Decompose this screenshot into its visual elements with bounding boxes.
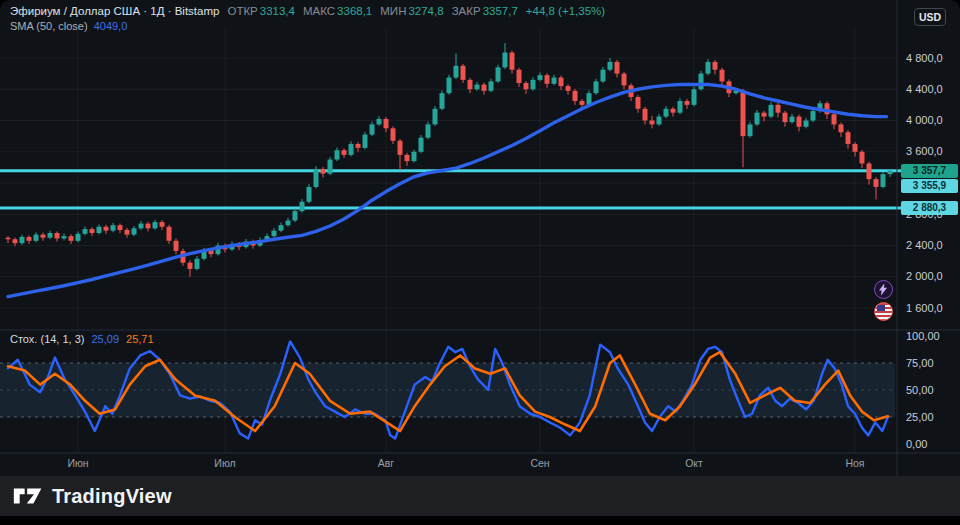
flag-badge[interactable] <box>874 302 893 321</box>
month-label: Авг <box>378 457 395 469</box>
ohlc-low: МИН3274,8 <box>380 5 443 17</box>
indicator-value: 4049,0 <box>94 20 128 32</box>
month-label: Июл <box>214 457 235 469</box>
stoch-tick-label: 100,00 <box>906 330 940 342</box>
price-tick-label: 2 400,0 <box>906 239 943 251</box>
tradingview-logo-icon[interactable] <box>13 484 43 508</box>
level-price-label-1: 3 355,9 <box>901 179 958 193</box>
time-axis[interactable]: ИюнИюлАвгСенОктНоя <box>67 457 864 469</box>
level-lines <box>0 171 903 208</box>
chart-legend: Эфириум / Доллар США · 1Д · Bitstamp ОТК… <box>10 5 605 17</box>
stoch-name[interactable]: Стох. (14, 1, 3) <box>10 333 85 345</box>
stoch-tick-label: 25,00 <box>906 411 934 423</box>
stoch-d-value: 25,71 <box>126 333 154 345</box>
brand-name[interactable]: TradingView <box>52 485 172 508</box>
chart-badges <box>874 280 893 321</box>
indicator-name[interactable]: SMA (50, close) <box>10 20 88 32</box>
price-tick-label: 2 000,0 <box>906 270 943 282</box>
stoch-legend: Стох. (14, 1, 3) 25,09 25,71 <box>10 333 154 345</box>
chart-container: 4 800,04 400,04 000,03 600,03 200,02 800… <box>0 0 960 476</box>
ohlc-open: ОТКР3313,4 <box>227 5 295 17</box>
currency-toggle-button[interactable]: USD <box>914 8 946 26</box>
price-tick-label: 4 800,0 <box>906 52 943 64</box>
stoch-tick-label: 50,00 <box>906 384 934 396</box>
tradingview-widget: 4 800,04 400,04 000,03 600,03 200,02 800… <box>0 0 960 525</box>
stoch-k-value: 25,09 <box>92 333 120 345</box>
lightning-icon <box>879 283 888 296</box>
month-label: Июн <box>67 457 88 469</box>
lightning-badge[interactable] <box>874 280 893 299</box>
price-tick-label: 4 400,0 <box>906 83 943 95</box>
tradingview-footer: TradingView <box>0 476 960 516</box>
ohlc-close: ЗАКР3357,7 <box>452 5 518 17</box>
price-tick-label: 3 600,0 <box>906 145 943 157</box>
stoch-tick-label: 75,00 <box>906 357 934 369</box>
month-label: Окт <box>685 457 703 469</box>
month-label: Ноя <box>845 457 864 469</box>
price-change: +44,8 (+1,35%) <box>526 5 605 17</box>
stoch-tick-label: 0,00 <box>906 438 927 450</box>
price-tick-label: 1 600,0 <box>906 302 943 314</box>
symbol-title[interactable]: Эфириум / Доллар США · 1Д · Bitstamp <box>10 5 219 17</box>
ohlc-high: МАКС3368,1 <box>303 5 372 17</box>
chart-canvas[interactable]: 4 800,04 400,04 000,03 600,03 200,02 800… <box>0 0 960 476</box>
price-axis[interactable]: 4 800,04 400,04 000,03 600,03 200,02 800… <box>906 52 943 450</box>
candlestick-series <box>6 43 893 277</box>
stoch-pane <box>0 341 895 438</box>
level-price-label-2: 2 880,3 <box>901 201 958 215</box>
price-tick-label: 4 000,0 <box>906 114 943 126</box>
month-label: Сен <box>530 457 549 469</box>
indicator-legend: SMA (50, close) 4049,0 <box>10 20 127 32</box>
last-price-label: 3 357,7 <box>901 164 958 178</box>
